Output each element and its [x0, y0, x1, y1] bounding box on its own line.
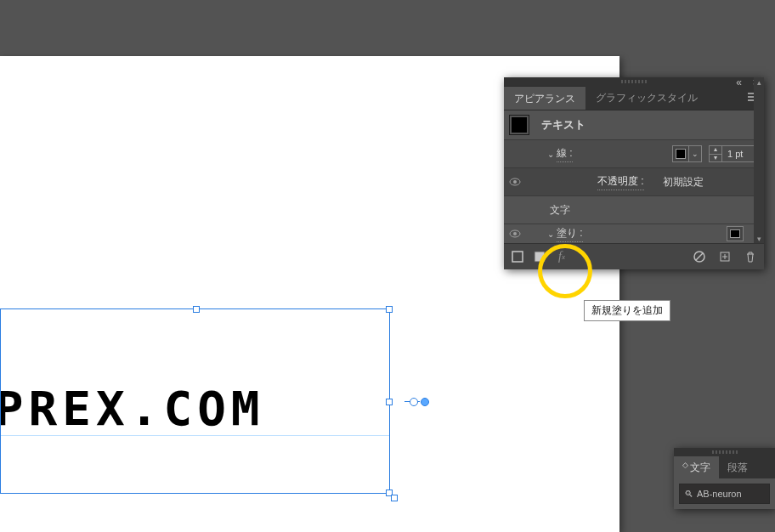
- panel-footer: fx: [504, 243, 764, 269]
- add-stroke-button[interactable]: [511, 250, 524, 263]
- resize-handle-n[interactable]: [193, 306, 200, 313]
- stepper-down-icon[interactable]: ▾: [710, 155, 721, 162]
- visibility-toggle-opacity[interactable]: [504, 178, 526, 186]
- opacity-row[interactable]: 不透明度 : 初期設定: [504, 167, 764, 195]
- pin-icon: ◇: [682, 461, 688, 469]
- target-row[interactable]: テキスト: [504, 110, 764, 139]
- character-label: 文字: [550, 203, 570, 218]
- resize-handle-e[interactable]: [386, 399, 393, 405]
- panel-tabs: アピアランス グラフィックスタイル: [504, 86, 764, 110]
- stroke-weight-input[interactable]: ▴ ▾ 1 pt: [709, 145, 759, 162]
- character-row[interactable]: 文字: [504, 195, 764, 224]
- resize-handle-ne[interactable]: [386, 306, 393, 313]
- duplicate-item-button[interactable]: [718, 250, 732, 263]
- expand-stroke-icon[interactable]: ⌄: [545, 150, 557, 159]
- svg-rect-5: [535, 252, 545, 262]
- stroke-swatch-dropdown[interactable]: ⌄: [689, 145, 702, 162]
- delete-item-button[interactable]: [744, 250, 757, 263]
- add-fill-button[interactable]: [533, 250, 546, 263]
- fill-swatch[interactable]: [727, 226, 744, 241]
- search-icon: 🔍︎: [680, 489, 697, 499]
- panel-scrollbar[interactable]: [754, 77, 764, 244]
- char-panel-tabs: ◇文字 段落: [674, 456, 775, 478]
- clear-appearance-button[interactable]: [693, 250, 706, 263]
- target-swatch[interactable]: [509, 115, 529, 135]
- stroke-weight-stepper[interactable]: ▴ ▾: [710, 146, 722, 162]
- scroll-up-icon[interactable]: ▴: [754, 77, 764, 88]
- text-outport-dot[interactable]: [421, 398, 429, 406]
- char-panel-drag-bar[interactable]: [674, 448, 775, 456]
- stroke-swatch[interactable]: [672, 145, 689, 162]
- stroke-label[interactable]: 線 :: [557, 146, 573, 162]
- expand-fill-icon[interactable]: ⌄: [545, 229, 557, 239]
- text-outport[interactable]: [410, 398, 418, 406]
- panel-body: テキスト ⌄ 線 : ⌄ ▴ ▾ 1 pt: [504, 110, 764, 243]
- panel-grip: [712, 450, 738, 454]
- panel-grip: [621, 80, 647, 83]
- stepper-up-icon[interactable]: ▴: [710, 146, 721, 155]
- opacity-value[interactable]: 初期設定: [663, 175, 704, 190]
- target-label: テキスト: [541, 117, 585, 133]
- tooltip-add-fill: 新規塗りを追加: [584, 300, 670, 321]
- fill-row[interactable]: ⌄ 塗り :: [504, 224, 764, 243]
- panel-drag-bar[interactable]: « ×: [504, 77, 764, 86]
- svg-point-3: [513, 232, 517, 235]
- text-frame-selection[interactable]: [0, 308, 390, 494]
- collapse-panel-icon[interactable]: «: [736, 76, 742, 88]
- fill-label[interactable]: 塗り :: [557, 226, 583, 242]
- tab-paragraph[interactable]: 段落: [719, 456, 756, 478]
- tab-character[interactable]: ◇文字: [674, 456, 719, 478]
- stroke-row[interactable]: ⌄ 線 : ⌄ ▴ ▾ 1 pt: [504, 139, 764, 167]
- overflow-handle[interactable]: [391, 495, 398, 501]
- font-family-input[interactable]: 🔍︎ AB-neuron: [679, 484, 770, 504]
- tab-appearance[interactable]: アピアランス: [504, 86, 585, 110]
- opacity-label[interactable]: 不透明度 :: [597, 174, 644, 190]
- appearance-panel[interactable]: « × アピアランス グラフィックスタイル テキスト ⌄ 線 : ⌄: [504, 77, 764, 269]
- visibility-toggle-fill[interactable]: [504, 229, 526, 238]
- font-family-value[interactable]: AB-neuron: [697, 489, 742, 499]
- svg-point-1: [513, 180, 517, 184]
- character-panel[interactable]: ◇文字 段落 🔍︎ AB-neuron: [674, 448, 775, 509]
- tab-graphic-styles[interactable]: グラフィックスタイル: [585, 86, 708, 110]
- stroke-weight-value[interactable]: 1 pt: [722, 149, 758, 159]
- baseline-guide: [1, 435, 389, 436]
- svg-line-8: [696, 253, 703, 260]
- svg-rect-4: [512, 252, 523, 262]
- add-effect-button[interactable]: fx: [555, 250, 569, 263]
